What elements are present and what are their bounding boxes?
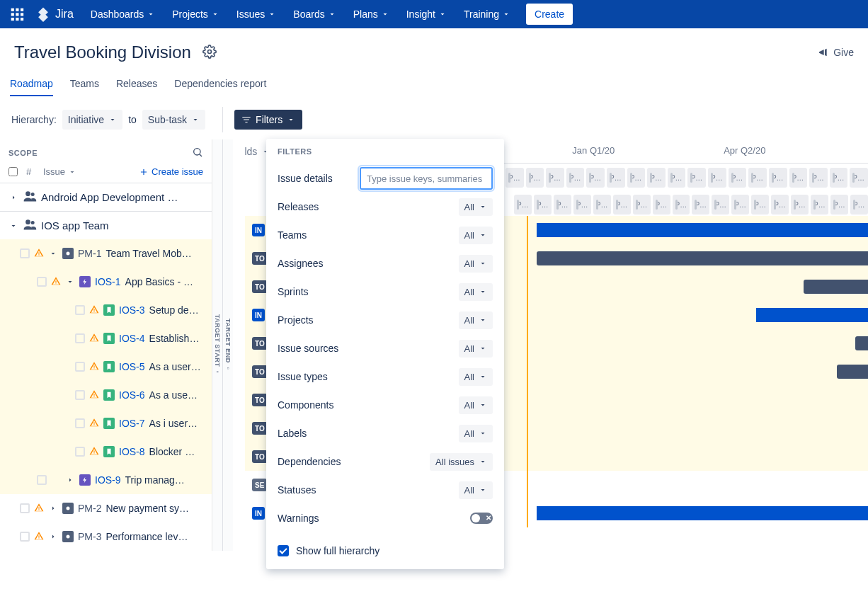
sprint-pill[interactable]: P… bbox=[830, 195, 848, 215]
issue-key[interactable]: IOS-5 bbox=[119, 361, 145, 372]
filter-select-projects[interactable]: All bbox=[459, 311, 493, 329]
issue-key[interactable]: IOS-4 bbox=[119, 333, 145, 344]
sprint-pill[interactable]: P… bbox=[573, 195, 591, 215]
sprint-pill[interactable]: P… bbox=[506, 168, 524, 188]
nav-item-insight[interactable]: Insight bbox=[399, 0, 454, 28]
filter-select-releases[interactable]: All bbox=[459, 198, 493, 216]
sprint-pill[interactable]: P… bbox=[692, 195, 709, 215]
gear-icon[interactable] bbox=[202, 45, 217, 61]
target-end-header[interactable]: TARGET END▫ bbox=[223, 139, 233, 551]
gantt-bar[interactable] bbox=[756, 308, 868, 322]
issue-key[interactable]: PM-1 bbox=[78, 248, 101, 259]
select-all-checkbox[interactable] bbox=[8, 167, 18, 176]
sprint-pill[interactable]: P… bbox=[613, 195, 631, 215]
issue-row[interactable]: IOS-3Setup de… bbox=[0, 296, 212, 324]
team-group-row[interactable]: IOS app Team bbox=[0, 211, 212, 239]
issue-row[interactable]: IOS-4Establish… bbox=[0, 324, 212, 353]
sprint-pill[interactable]: P… bbox=[712, 195, 729, 215]
issue-details-input[interactable] bbox=[360, 167, 493, 190]
chevron-right-icon[interactable] bbox=[48, 504, 58, 513]
issue-checkbox[interactable] bbox=[75, 362, 85, 372]
issue-row[interactable]: IOS-6As a use… bbox=[0, 381, 212, 409]
tab-roadmap[interactable]: Roadmap bbox=[10, 74, 53, 96]
filter-select-assignees[interactable]: All bbox=[459, 255, 493, 273]
sprint-pill[interactable]: P… bbox=[789, 168, 808, 188]
gantt-bar[interactable] bbox=[537, 223, 868, 237]
sprint-pill[interactable]: P… bbox=[633, 195, 651, 215]
sprint-pill[interactable]: P… bbox=[534, 195, 552, 215]
issue-checkbox[interactable] bbox=[20, 532, 30, 542]
search-icon[interactable] bbox=[192, 147, 203, 159]
sprint-pill[interactable]: P… bbox=[627, 168, 646, 188]
issue-row[interactable]: IOS-7As i user… bbox=[0, 409, 212, 438]
sprint-pill[interactable]: P… bbox=[748, 168, 767, 188]
status-badge[interactable]: TO bbox=[252, 252, 268, 265]
sprint-pill[interactable]: P… bbox=[514, 195, 532, 215]
issue-checkbox[interactable] bbox=[20, 248, 30, 258]
hierarchy-to-select[interactable]: Sub-task bbox=[142, 110, 205, 130]
status-badge[interactable]: TO bbox=[252, 365, 268, 378]
issue-row[interactable]: PM-1Team Travel Mob… bbox=[0, 239, 212, 268]
sprint-pill[interactable]: P… bbox=[850, 195, 868, 215]
show-hierarchy-checkbox[interactable] bbox=[278, 545, 289, 556]
status-badge[interactable]: TO bbox=[252, 450, 268, 463]
chevron-down-icon[interactable] bbox=[65, 278, 75, 286]
issue-row[interactable]: PM-2New payment sy… bbox=[0, 494, 212, 522]
issue-key[interactable]: IOS-9 bbox=[95, 474, 121, 486]
status-badge[interactable]: IN bbox=[252, 224, 265, 236]
issue-row[interactable]: IOS-9Trip manag… bbox=[0, 466, 212, 494]
sprint-pill[interactable]: P… bbox=[546, 168, 564, 188]
sprint-pill[interactable]: P… bbox=[687, 168, 706, 188]
give-feedback-button[interactable]: Give bbox=[818, 47, 854, 58]
issue-key[interactable]: IOS-1 bbox=[95, 276, 121, 287]
jira-logo[interactable]: Jira bbox=[31, 6, 81, 22]
filter-select-teams[interactable]: All bbox=[459, 227, 493, 244]
sprint-pill[interactable]: P… bbox=[811, 195, 828, 215]
issue-row[interactable]: IOS-1App Basics - … bbox=[0, 268, 212, 296]
sprint-pill[interactable]: P… bbox=[554, 195, 571, 215]
issue-checkbox[interactable] bbox=[75, 390, 85, 400]
create-issue-button[interactable]: Create issue bbox=[139, 166, 203, 177]
issue-row[interactable]: IOS-8Blocker … bbox=[0, 438, 212, 466]
sprint-pill[interactable]: P… bbox=[607, 168, 625, 188]
status-badge[interactable]: TO bbox=[252, 280, 268, 293]
issue-key[interactable]: IOS-3 bbox=[119, 304, 145, 316]
tab-teams[interactable]: Teams bbox=[70, 74, 99, 96]
sprint-pill[interactable]: P… bbox=[593, 195, 611, 215]
status-badge[interactable]: TO bbox=[252, 422, 268, 435]
filter-select-components[interactable]: All bbox=[459, 396, 493, 414]
app-switcher-icon[interactable] bbox=[6, 3, 28, 25]
nav-item-projects[interactable]: Projects bbox=[165, 0, 227, 28]
chevron-down-icon[interactable] bbox=[8, 222, 18, 230]
sprint-pill[interactable]: P… bbox=[647, 168, 666, 188]
tab-dependencies-report[interactable]: Dependencies report bbox=[174, 74, 266, 96]
gantt-bar[interactable] bbox=[855, 336, 868, 350]
issue-checkbox[interactable] bbox=[20, 503, 30, 513]
status-badge[interactable]: SE bbox=[252, 479, 267, 491]
issue-header[interactable]: Issue bbox=[43, 166, 76, 177]
gantt-bar[interactable] bbox=[537, 251, 868, 265]
sprint-pill[interactable]: P… bbox=[653, 195, 670, 215]
issue-checkbox[interactable] bbox=[75, 418, 85, 428]
issue-key[interactable]: IOS-6 bbox=[119, 389, 145, 401]
issue-checkbox[interactable] bbox=[75, 447, 85, 457]
filter-select-issue-types[interactable]: All bbox=[459, 368, 493, 386]
sprint-pill[interactable]: P… bbox=[830, 168, 848, 188]
gantt-bar[interactable] bbox=[537, 506, 868, 520]
sprint-pill[interactable]: P… bbox=[526, 168, 544, 188]
chevron-right-icon[interactable] bbox=[48, 532, 58, 541]
sprint-pill[interactable]: P… bbox=[791, 195, 809, 215]
status-badge[interactable]: IN bbox=[252, 309, 265, 321]
chevron-right-icon[interactable] bbox=[65, 476, 75, 484]
sprint-pill[interactable]: P… bbox=[566, 168, 585, 188]
sprint-pill[interactable]: P… bbox=[850, 168, 868, 188]
nav-item-plans[interactable]: Plans bbox=[346, 0, 396, 28]
filter-select-dependencies[interactable]: All issues bbox=[430, 453, 493, 471]
sprint-pill[interactable]: P… bbox=[809, 168, 828, 188]
target-start-header[interactable]: TARGET START▫ bbox=[212, 139, 223, 551]
warnings-toggle[interactable]: ✕ bbox=[470, 513, 493, 524]
nav-item-dashboards[interactable]: Dashboards bbox=[84, 0, 163, 28]
gantt-bar[interactable] bbox=[837, 365, 868, 379]
tab-releases[interactable]: Releases bbox=[116, 74, 157, 96]
sprint-pill[interactable]: P… bbox=[586, 168, 605, 188]
